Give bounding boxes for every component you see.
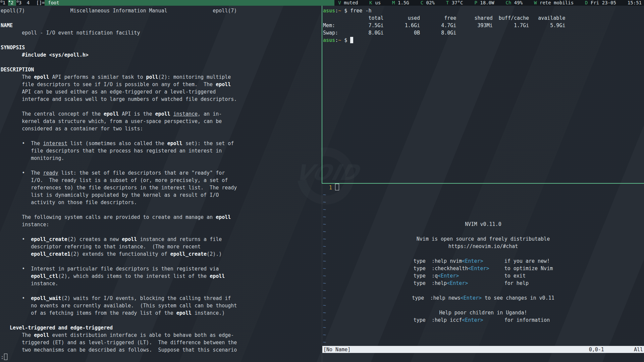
- status-bar: 1234 []= foot V mutedK usM 1.5GC 02%T 37…: [0, 0, 644, 6]
- status-key: M: [392, 0, 395, 5]
- man-page-line: of as fetching items from the ready list…: [1, 309, 321, 317]
- nvim-intro-line: type :checkhealth<Enter> to optimize Nvi…: [322, 265, 644, 272]
- man-page-line: [1, 317, 321, 324]
- man-page-line: epoll(7) Miscellaneous Information Manua…: [1, 7, 321, 14]
- workspace-tags: 1234: [0, 0, 32, 6]
- status-clock: 15:51: [628, 0, 642, 6]
- focused-window-title: foot: [45, 0, 334, 6]
- man-page-line: [1, 228, 321, 236]
- nvim-cursor: [335, 184, 339, 190]
- terminal-pane[interactable]: asus:~ $ free -h total used free shared …: [323, 7, 643, 44]
- workspace-tag-1[interactable]: 1: [0, 0, 8, 6]
- workspace-tag-4[interactable]: 4: [24, 0, 32, 6]
- man-page-line: I/O. The ready list is a subset of (or, …: [1, 177, 321, 184]
- man-page-line: #include <sys/epoll.h>: [1, 51, 321, 59]
- man-page-line: no events are currently available. (This…: [1, 302, 321, 309]
- status-value: muted: [344, 0, 358, 5]
- workspace-tag-2[interactable]: 2: [8, 0, 16, 6]
- status-item-p: P 18.0W: [474, 0, 494, 6]
- workspace-tag-3[interactable]: 3: [16, 0, 24, 6]
- nvim-intro-line: Help poor children in Uganda!: [322, 309, 644, 316]
- prompt-path: ~: [338, 37, 341, 43]
- nvim-intro-line: [322, 250, 644, 257]
- status-item-v: V muted: [338, 0, 358, 6]
- nvim-tilde: ~: [323, 339, 326, 345]
- nvim-intro-line: Nvim is open source and freely distribut…: [322, 235, 644, 243]
- terminal-output-line: Swap: 8.0Gi 0B 8.0Gi: [323, 29, 643, 37]
- status-value: Fri 23-05: [591, 0, 616, 5]
- nvim-tilde-row: ~: [322, 331, 644, 339]
- man-page-line: list is dynamically populated by the ker…: [1, 191, 321, 199]
- man-page-line: NAME: [1, 22, 321, 29]
- man-page-line: [1, 258, 321, 265]
- man-page-pane[interactable]: epoll(7) Miscellaneous Information Manua…: [1, 7, 321, 361]
- status-item-ch: Ch 49%: [505, 0, 523, 6]
- tag-occupied-indicator: [9, 1, 10, 2]
- nvim-intro-line: NVIM v0.11.0: [322, 221, 644, 228]
- man-page-line: DESCRIPTION: [1, 66, 321, 73]
- nvim-tilde-row: ~: [322, 206, 644, 213]
- nvim-line-1[interactable]: 1: [322, 184, 644, 191]
- man-page-line: references to) the file descriptors in t…: [1, 184, 321, 191]
- nvim-intro-line: type :help nvim<Enter> if you are new!: [322, 257, 644, 265]
- status-key: P: [474, 0, 477, 5]
- workspace-tag-label: 2: [11, 0, 13, 6]
- status-value: 15:51: [628, 0, 642, 5]
- pager-prompt-line[interactable]: :: [1, 354, 321, 361]
- vertical-split-divider[interactable]: [322, 6, 322, 183]
- prompt-user: asus: [323, 37, 335, 43]
- nvim-scroll-position: All: [634, 346, 643, 353]
- status-value: 1.5G: [398, 0, 409, 5]
- nvim-intro-line: [322, 287, 644, 294]
- status-value: us: [375, 0, 381, 5]
- terminal-cursor: [350, 37, 353, 43]
- enter-key-hint: <Enter>: [438, 273, 459, 279]
- status-item-m: M 1.5G: [392, 0, 409, 6]
- enter-key-hint: <Enter>: [461, 295, 482, 301]
- status-key: V: [338, 0, 341, 5]
- status-value: 49%: [514, 0, 523, 5]
- nvim-file-label: [No Name]: [323, 346, 351, 353]
- enter-key-hint: <Enter>: [462, 317, 483, 323]
- nvim-tilde-row: ~: [322, 191, 644, 198]
- system-status-area: V mutedK usM 1.5GC 02%T 37°CP 18.0WCh 49…: [338, 0, 644, 6]
- status-item-d: D Fri 23-05: [585, 0, 616, 6]
- man-page-line: The following system calls are provided …: [1, 214, 321, 221]
- workspace-tag-label: 3: [19, 0, 21, 6]
- nvim-tilde-row: ~: [322, 198, 644, 206]
- status-key: D: [585, 0, 588, 5]
- nvim-pane[interactable]: 1 ~~~~~~~~~~~~~~~~~~~~~ NVIM v0.11.0Nvim…: [322, 184, 644, 362]
- nvim-intro-line: type :help news<Enter> to see changes in…: [322, 294, 644, 302]
- man-page-line: triggered (ET) and as level-triggered (L…: [1, 339, 321, 346]
- man-page-line: The central concept of the epoll API is …: [1, 110, 321, 118]
- nvim-tilde: ~: [323, 192, 326, 198]
- man-page-line: [1, 59, 321, 66]
- tag-occupied-indicator: [1, 1, 2, 2]
- man-page-line: [1, 206, 321, 214]
- nvim-intro-line: type :help iccf<Enter> for information: [322, 316, 644, 324]
- nvim-tilde-row: ~: [322, 339, 644, 346]
- status-value: 02%: [426, 0, 435, 5]
- nvim-intro-line: type :q<Enter> to exit: [322, 272, 644, 280]
- nvim-line-number: 1: [323, 185, 335, 191]
- tag-occupied-indicator: [17, 1, 18, 2]
- man-page-line: • epoll_wait(2) waits for I/O events, bl…: [1, 295, 321, 302]
- man-page-line: API can be used either as an edge-trigge…: [1, 88, 321, 96]
- man-page-line: • The interest list (sometimes also call…: [1, 140, 321, 147]
- terminal-prompt-line[interactable]: asus:~ $: [323, 37, 643, 44]
- status-key: K: [369, 0, 372, 5]
- nvim-ruler: 0,0-1: [589, 346, 604, 353]
- status-key: Ch: [505, 0, 511, 5]
- nvim-tilde: ~: [323, 206, 326, 213]
- status-item-k: K us: [369, 0, 381, 6]
- terminal-command-line: asus:~ $ free -h: [323, 7, 643, 14]
- workspace-tag-label: 4: [27, 0, 30, 6]
- man-page-line: [1, 103, 321, 110]
- nvim-tilde-row: ~: [322, 213, 644, 221]
- man-page-line: file descriptors to see if I/O is possib…: [1, 81, 321, 88]
- man-page-line: SYNOPSIS: [1, 44, 321, 51]
- man-page-line: considered as a container for two lists:: [1, 125, 321, 132]
- man-page-line: [1, 162, 321, 169]
- status-item-w: W rete mobilis: [534, 0, 574, 6]
- nvim-tilde: ~: [323, 214, 326, 220]
